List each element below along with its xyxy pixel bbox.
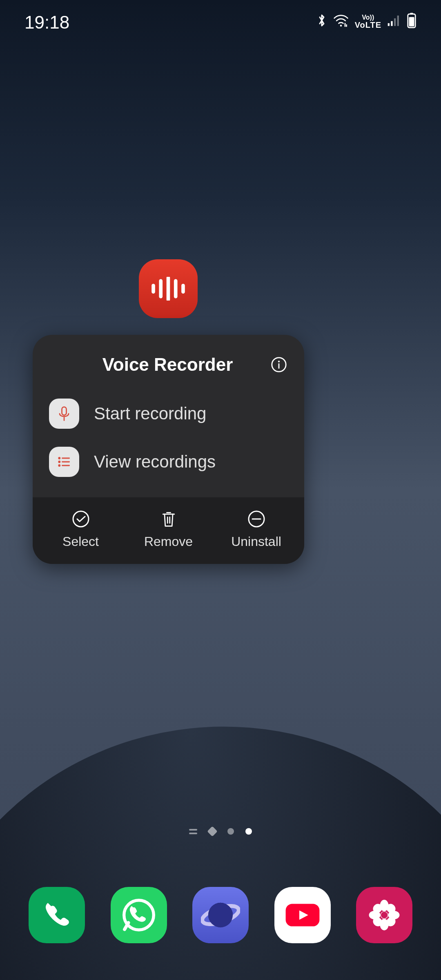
action-remove[interactable]: Remove: [125, 510, 212, 549]
minus-circle-icon: [247, 510, 266, 528]
status-bar: 19:18 Vo)) VoLTE: [0, 0, 441, 45]
page-dot: [227, 828, 234, 835]
shortcut-label: View recordings: [94, 452, 216, 472]
action-label: Uninstall: [231, 534, 281, 549]
svg-rect-7: [409, 17, 414, 27]
svg-point-45: [381, 912, 388, 918]
status-icons: Vo)) VoLTE: [316, 12, 416, 33]
youtube-app-icon[interactable]: [274, 887, 331, 943]
svg-point-22: [59, 465, 60, 466]
popup-actions: Select Remove Uninstall: [33, 497, 304, 564]
action-select[interactable]: Select: [37, 510, 125, 549]
shortcut-start-recording[interactable]: Start recording: [33, 390, 304, 438]
svg-point-34: [208, 903, 233, 927]
dock: [0, 887, 441, 943]
svg-rect-4: [397, 16, 399, 26]
bluetooth-icon: [316, 12, 327, 33]
battery-icon: [407, 12, 416, 33]
svg-point-18: [59, 458, 60, 459]
youtube-icon: [284, 902, 321, 929]
action-label: Remove: [144, 534, 193, 549]
svg-point-24: [73, 511, 89, 527]
voice-recorder-app-icon[interactable]: [139, 259, 198, 318]
svg-rect-1: [388, 23, 390, 26]
phone-app-icon[interactable]: [29, 887, 85, 943]
internet-browser-app-icon[interactable]: [192, 887, 249, 943]
planet-icon: [201, 895, 240, 935]
svg-point-20: [59, 461, 60, 463]
svg-point-0: [340, 24, 342, 27]
gallery-app-icon[interactable]: [356, 887, 412, 943]
svg-rect-2: [391, 21, 392, 26]
svg-rect-6: [410, 13, 413, 15]
popup-header: Voice Recorder: [33, 335, 304, 386]
popup-shortcuts: Start recording View recordings: [33, 386, 304, 497]
trash-icon: [159, 510, 178, 528]
flower-icon: [368, 898, 401, 932]
svg-rect-16: [62, 407, 67, 415]
shortcut-view-recordings[interactable]: View recordings: [33, 438, 304, 486]
popup-title: Voice Recorder: [65, 354, 270, 375]
svg-rect-3: [394, 18, 396, 26]
page-indicator[interactable]: [0, 828, 441, 835]
phone-handset-icon: [42, 900, 72, 930]
wifi-icon: [333, 12, 349, 33]
page-dot-active: [245, 828, 252, 835]
action-uninstall[interactable]: Uninstall: [212, 510, 300, 549]
app-info-button[interactable]: [270, 356, 288, 374]
whatsapp-icon: [121, 898, 156, 933]
action-label: Select: [62, 534, 99, 549]
info-icon: [270, 356, 287, 373]
check-circle-icon: [71, 510, 90, 528]
app-context-popup: Voice Recorder Start recording: [33, 335, 304, 564]
waveform-icon: [149, 277, 188, 301]
shortcut-label: Start recording: [94, 404, 206, 423]
home-page-indicator-icon: [207, 826, 217, 836]
svg-point-14: [278, 361, 280, 362]
status-time: 19:18: [24, 12, 69, 33]
cell-signal-icon: [387, 12, 401, 33]
app-drawer-indicator-icon: [189, 829, 197, 834]
mic-icon: [49, 399, 79, 429]
whatsapp-app-icon[interactable]: [111, 887, 167, 943]
list-icon: [49, 447, 79, 477]
volte-icon: Vo)) VoLTE: [355, 14, 381, 31]
